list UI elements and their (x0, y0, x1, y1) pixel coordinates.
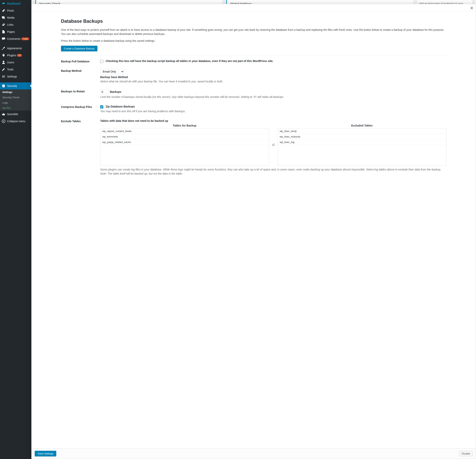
sidebar-item-label: Security (7, 84, 17, 87)
dashboard-icon (1, 1, 6, 6)
shield-icon (1, 84, 6, 88)
sidebar-item-label: Pages (7, 30, 15, 33)
admin-sidebar: DashboardPostsMediaLinksPagesComments7,4… (0, 0, 31, 459)
sidebar-item-comments[interactable]: Comments7,433 (0, 35, 31, 42)
sidebar-item-pages[interactable]: Pages (0, 28, 31, 35)
sidebar-item-label: Collapse menu (7, 120, 25, 123)
col-header-excluded: Excluded Tables (278, 124, 447, 127)
sidebar-item-label: Users (7, 61, 14, 64)
label-exclude: Exclude Tables (61, 119, 100, 176)
sidebar-item-label: SumoMe (7, 113, 18, 116)
badge: 13 (17, 54, 22, 57)
sidebar-item-sumome[interactable]: SumoMe (0, 111, 31, 118)
help-backups-retain: Limit the number of backups stored local… (100, 95, 446, 99)
table-row[interactable]: wp_itsec_temp (278, 129, 446, 134)
sliders-icon (1, 75, 6, 78)
settings-modal: ✕ Database Backups One of the best ways … (31, 4, 476, 459)
comment-icon (1, 37, 6, 41)
collapse-icon (1, 119, 6, 123)
modal-intro: One of the best ways to protect yourself… (61, 28, 446, 36)
pin-icon (1, 9, 6, 13)
checkbox-compress[interactable]: Zip Database Backups (100, 105, 135, 108)
brush-icon (1, 46, 6, 50)
create-backup-button[interactable]: Create a Database Backup (61, 46, 97, 52)
user-icon (1, 61, 6, 64)
main-content: Security Check Global Settings Add an ex… (31, 0, 476, 459)
table-row[interactable]: wp_itsec_log (278, 139, 446, 145)
sub-item-logs[interactable]: Logs (0, 100, 31, 105)
link-icon (1, 23, 6, 27)
sidebar-item-label: Appearance (7, 47, 22, 50)
sidebar-item-label: Dashboard (7, 2, 21, 5)
input-backups-retain[interactable] (100, 89, 109, 94)
plugin-icon (1, 53, 6, 57)
sidebar-item-label: Media (7, 16, 15, 19)
help-backup-method: Select what we should do with your backu… (100, 79, 446, 84)
sidebar-item-label: Posts (7, 9, 14, 12)
sub-item-settings[interactable]: Settings (0, 89, 31, 95)
wrench-icon (1, 68, 6, 71)
crown-icon (1, 112, 6, 116)
sidebar-item-label: Plugins (7, 54, 16, 57)
sidebar-item-label: Comments (7, 37, 20, 40)
help-exclude: Some plugins can create log files in you… (100, 167, 446, 176)
sidebar-item-tools[interactable]: Tools (0, 66, 31, 73)
sidebar-item-users[interactable]: Users (0, 59, 31, 66)
label-backups-retain: Backups to Retain (61, 89, 100, 99)
media-icon (1, 16, 6, 20)
page-icon (1, 30, 6, 34)
sidebar-item-appearance[interactable]: Appearance (0, 45, 31, 52)
checkbox-backup-full[interactable]: Checking this box will have the backup s… (100, 60, 273, 63)
sidebar-item-label: Tools (7, 68, 14, 71)
sidebar-item-settings[interactable]: Settings (0, 73, 31, 80)
sidebar-item-posts[interactable]: Posts (0, 7, 31, 14)
table-row[interactable]: wp_yarpp_related_cache (100, 139, 269, 145)
help-compress: You may need to turn this off if you are… (100, 109, 446, 113)
sidebar-item-plugins[interactable]: Plugins13 (0, 52, 31, 59)
table-row[interactable]: wp_repost_content_feeds (100, 129, 269, 134)
table-row[interactable]: wp_itsec_lockouts (278, 134, 446, 139)
excluded-tables-list[interactable]: wp_itsec_tempwp_itsec_lockoutswp_itsec_l… (278, 128, 447, 165)
caption-backup-method: Backup Save Method (100, 76, 446, 79)
label-backup-method: Backup Method (61, 69, 100, 84)
suffix-backups: Backups (110, 90, 121, 93)
sidebar-item-security[interactable]: Security (0, 82, 31, 89)
swap-icon[interactable]: ⇄ (272, 143, 275, 147)
col-header-backup: Tables for Backup (100, 124, 269, 127)
sidebar-item-dashboard[interactable]: Dashboard (0, 0, 31, 7)
sub-item-security-check[interactable]: Security Check (0, 95, 31, 100)
table-row[interactable]: wp_termmeta (100, 134, 269, 139)
modal-footer: Save Settings Disable (32, 448, 476, 459)
label-backup-full: Backup Full Database (61, 60, 100, 63)
sidebar-item-collapse-menu[interactable]: Collapse menu (0, 118, 31, 125)
save-settings-button[interactable]: Save Settings (35, 451, 56, 457)
caption-exclude: Tables with data that does not need to b… (100, 119, 168, 122)
sidebar-item-label: Links (7, 23, 14, 26)
sidebar-item-media[interactable]: Media (0, 14, 31, 21)
label-compress: Compress Backup Files (61, 105, 100, 113)
close-icon[interactable]: ✕ (470, 6, 474, 11)
disable-button[interactable]: Disable (459, 451, 473, 456)
badge: 7,433 (21, 37, 29, 40)
sub-item-go-pro[interactable]: Go Pro (0, 105, 31, 111)
modal-title: Database Backups (61, 18, 446, 24)
modal-intro2: Press the button below to create a datab… (61, 39, 446, 43)
sidebar-item-links[interactable]: Links (0, 21, 31, 28)
select-backup-method[interactable]: Email Only (100, 69, 124, 74)
sidebar-item-label: Settings (7, 75, 17, 78)
tables-for-backup-list[interactable]: wp_repost_content_feedswp_termmetawp_yar… (100, 128, 269, 165)
